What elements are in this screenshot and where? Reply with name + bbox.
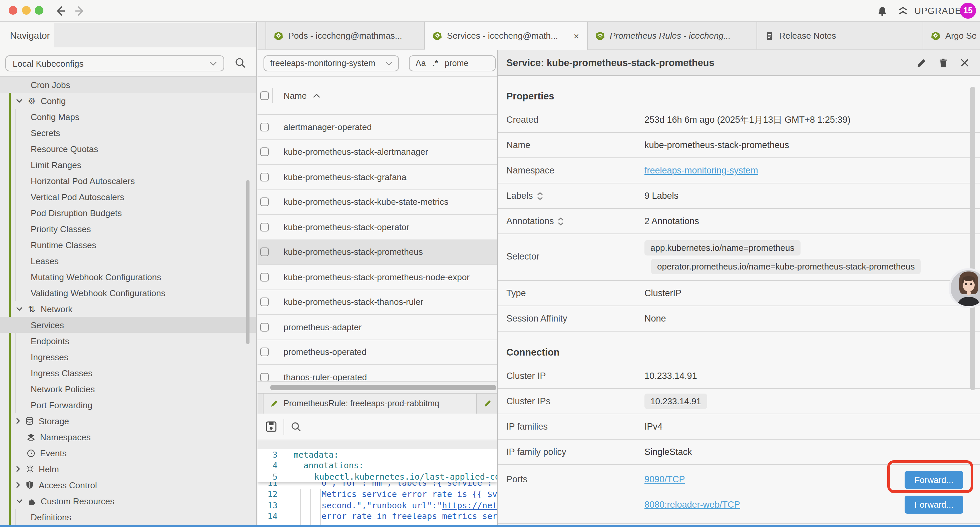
tab-label: Pods - icecheng@mathmas... <box>288 31 402 41</box>
tab-pods[interactable]: Pods - icecheng@mathmas... <box>266 22 425 49</box>
sidebar-item-config-maps[interactable]: Config Maps <box>0 109 256 125</box>
unfold-icon[interactable] <box>537 192 543 200</box>
sidebar-item-helm[interactable]: Helm <box>0 461 256 477</box>
upgrade-label[interactable]: UPGRADE <box>914 6 961 16</box>
sidebar-item-mutating-webhook-configurations[interactable]: Mutating Webhook Configurations <box>0 269 256 285</box>
namespace-select[interactable]: freeleaps-monitoring-system <box>264 56 399 72</box>
database-icon <box>25 416 35 426</box>
regex-toggle[interactable]: .* <box>433 59 438 68</box>
forward-arrow-icon[interactable] <box>74 5 85 17</box>
kubeconfig-select[interactable]: Local Kubeconfigs <box>5 56 224 72</box>
port-link-9090[interactable]: 9090/TCP <box>644 474 685 484</box>
forward-button[interactable]: Forward... <box>905 496 963 514</box>
tab-editor-next[interactable] <box>478 393 497 414</box>
row-checkbox[interactable] <box>260 198 269 207</box>
navigator-scrollbar[interactable] <box>246 180 250 344</box>
detail-scrollbar[interactable] <box>970 87 975 390</box>
sidebar-item-vertical-pod-autoscalers[interactable]: Vertical Pod Autoscalers <box>0 189 256 205</box>
row-checkbox[interactable] <box>260 298 269 307</box>
sidebar-item-namespaces[interactable]: Namespaces <box>0 429 256 445</box>
sidebar-item-runtime-classes[interactable]: Runtime Classes <box>0 237 256 253</box>
port-link-8080[interactable]: 8080:reloader-web/TCP <box>644 500 740 509</box>
minimize-window-button[interactable] <box>22 6 31 15</box>
search-icon[interactable] <box>235 57 246 69</box>
sidebar-item-leases[interactable]: Leases <box>0 253 256 269</box>
table-row-selected[interactable]: kube-prometheus-stack-prometheus <box>258 240 497 265</box>
unfold-icon[interactable] <box>558 217 564 225</box>
tab-prometheus-rules[interactable]: Prometheus Rules - icecheng... <box>588 22 757 49</box>
row-checkbox[interactable] <box>260 323 269 331</box>
table-row[interactable]: alertmanager-operated <box>258 115 497 140</box>
search-icon[interactable] <box>291 421 302 432</box>
row-checkbox[interactable] <box>260 148 269 156</box>
sidebar-item-horizontal-pod-autoscalers[interactable]: Horizontal Pod Autoscalers <box>0 173 256 189</box>
table-row[interactable]: kube-prometheus-stack-operator <box>258 215 497 240</box>
filter-input-value[interactable]: prome <box>445 59 468 68</box>
sidebar-item-events[interactable]: Events <box>0 445 256 461</box>
sidebar-item-cron-jobs[interactable]: Cron Jobs <box>0 77 256 93</box>
table-row[interactable]: kube-prometheus-stack-prometheus-node-ex… <box>258 265 497 290</box>
back-arrow-icon[interactable] <box>55 5 66 17</box>
delete-icon[interactable] <box>939 58 948 68</box>
tab-release-notes[interactable]: Release Notes <box>757 22 923 49</box>
column-header-name[interactable]: Name <box>283 91 307 100</box>
notifications-count-badge[interactable]: 15 <box>960 3 976 19</box>
sidebar-item-limit-ranges[interactable]: Limit Ranges <box>0 157 256 173</box>
close-icon[interactable] <box>960 58 969 68</box>
select-all-checkbox[interactable] <box>260 91 269 100</box>
sidebar-item-network-policies[interactable]: Network Policies <box>0 381 256 397</box>
close-tab-icon[interactable]: × <box>567 30 579 41</box>
row-checkbox[interactable] <box>260 373 269 381</box>
sidebar-item-priority-classes[interactable]: Priority Classes <box>0 221 256 237</box>
tab-argo[interactable]: Argo Se <box>923 22 980 49</box>
code-link[interactable]: https://net <box>442 500 497 510</box>
sidebar-item-validating-webhook-configurations[interactable]: Validating Webhook Configurations <box>0 285 256 301</box>
row-checkbox[interactable] <box>260 223 269 231</box>
namespace-link[interactable]: freeleaps-monitoring-system <box>644 166 758 175</box>
row-checkbox[interactable] <box>260 273 269 282</box>
tab-services[interactable]: Services - icecheng@math... × <box>425 22 588 50</box>
edit-icon[interactable] <box>916 58 927 68</box>
sidebar-item-secrets[interactable]: Secrets <box>0 125 256 141</box>
sidebar-item-storage[interactable]: Storage <box>0 413 256 429</box>
sidebar-item-services[interactable]: Services <box>0 317 256 333</box>
sidebar-item-network[interactable]: ⇅ Network <box>0 301 256 317</box>
table-row[interactable]: kube-prometheus-stack-grafana <box>258 165 497 190</box>
save-icon[interactable] <box>266 421 277 432</box>
yaml-editor[interactable]: 3metadata: 4annotations: 5kubectl.kubern… <box>258 449 497 525</box>
table-row[interactable]: prometheus-operated <box>258 340 497 365</box>
table-row[interactable]: kube-prometheus-stack-alertmanager <box>258 140 497 165</box>
kubernetes-icon <box>433 31 442 40</box>
table-row[interactable]: kube-prometheus-stack-thanos-ruler <box>258 290 497 315</box>
close-window-button[interactable] <box>9 6 18 15</box>
bell-icon[interactable] <box>877 6 887 16</box>
row-checkbox[interactable] <box>260 123 269 131</box>
property-row-created: Created 253d 16h 6m ago (2025年1月13日 GMT+… <box>498 107 980 133</box>
table-row[interactable]: prometheus-adapter <box>258 315 497 340</box>
match-case-toggle[interactable]: Aa <box>415 59 426 68</box>
table-row[interactable]: kube-prometheus-stack-kube-state-metrics <box>258 190 497 215</box>
sidebar-item-endpoints[interactable]: Endpoints <box>0 333 256 349</box>
sort-ascending-icon[interactable] <box>313 93 320 98</box>
editor-gap <box>258 440 497 449</box>
zoom-window-button[interactable] <box>35 6 43 15</box>
row-checkbox[interactable] <box>260 173 269 182</box>
upgrade-icon[interactable]: UPGRADE <box>896 6 961 16</box>
sidebar-item-ingresses[interactable]: Ingresses <box>0 349 256 365</box>
horizontal-scrollbar[interactable] <box>258 381 497 393</box>
sidebar-item-ingress-classes[interactable]: Ingress Classes <box>0 365 256 381</box>
sidebar-item-resource-quotas[interactable]: Resource Quotas <box>0 141 256 157</box>
tab-prometheusrule-editor[interactable]: PrometheusRule: freeleaps-prod-rabbitmq <box>263 393 477 414</box>
row-checkbox[interactable] <box>260 248 269 256</box>
filter-input[interactable]: Aa .* prome <box>409 56 496 72</box>
row-checkbox[interactable] <box>260 348 269 357</box>
sidebar-item-port-forwarding[interactable]: Port Forwarding <box>0 397 256 413</box>
sidebar-item-definitions[interactable]: Definitions <box>0 509 256 525</box>
sidebar-item-config[interactable]: ⚙ Config <box>0 93 256 109</box>
table-row[interactable]: thanos-ruler-operated <box>258 365 497 381</box>
horizontal-scrollbar-thumb[interactable] <box>270 385 496 390</box>
sidebar-item-access-control[interactable]: Access Control <box>0 477 256 493</box>
clipped-code-line: 11o","for":"nm","labels":{"service":" <box>258 482 497 489</box>
sidebar-item-custom-resources[interactable]: Custom Resources <box>0 493 256 509</box>
sidebar-item-pod-disruption-budgets[interactable]: Pod Disruption Budgets <box>0 205 256 221</box>
